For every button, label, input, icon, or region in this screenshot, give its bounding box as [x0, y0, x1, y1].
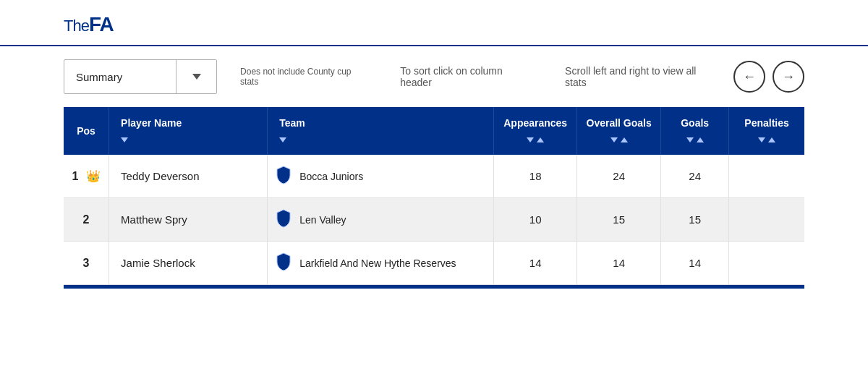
- player-name: Matthew Spry: [121, 213, 187, 226]
- penalties-sort[interactable]: [758, 137, 775, 142]
- goals-cell: 14: [661, 242, 729, 285]
- team-shield-icon: [275, 208, 292, 231]
- sort-up-icon[interactable]: [537, 137, 544, 142]
- overall-goals-cell: 15: [577, 198, 661, 242]
- goals-sort[interactable]: [686, 137, 704, 142]
- fa-logo: TheFA: [64, 13, 804, 36]
- player-name: Jamie Sherlock: [121, 257, 195, 269]
- player-name-cell: Jamie Sherlock: [109, 242, 268, 285]
- controls-row: Summary Does not include County cup stat…: [0, 46, 868, 94]
- team-sort[interactable]: [279, 137, 286, 142]
- team-cell: Len Valley: [268, 198, 494, 242]
- pos-cell: 3: [64, 242, 109, 285]
- pos-number: 2: [83, 213, 90, 226]
- bottom-bar: [64, 285, 804, 289]
- col-pos[interactable]: Pos: [64, 107, 109, 155]
- pos-number: 1: [72, 170, 78, 182]
- table-header-row: Pos Player Name Team: [64, 107, 804, 155]
- appearances-cell: 10: [494, 198, 577, 242]
- player-name-cell: Teddy Deverson: [109, 155, 268, 198]
- sort-down-icon[interactable]: [610, 137, 618, 142]
- player-name-sort[interactable]: [121, 137, 128, 142]
- crown-icon: 👑: [86, 170, 101, 182]
- dropdown-label: Summary: [64, 71, 176, 83]
- overall-goals-cell: 24: [577, 155, 661, 198]
- col-player-name[interactable]: Player Name: [109, 107, 268, 155]
- dropdown-arrow-box[interactable]: [176, 60, 216, 93]
- prev-button[interactable]: ←: [733, 61, 765, 93]
- table-row: 3Jamie Sherlock Larkfield And New Hythe …: [64, 242, 804, 285]
- team-name: Len Valley: [299, 214, 346, 226]
- sort-up-icon[interactable]: [621, 137, 628, 142]
- nav-buttons: ← →: [733, 61, 804, 93]
- logo-fa: FA: [89, 13, 114, 35]
- appearances-cell: 18: [494, 155, 577, 198]
- col-overall-goals[interactable]: Overall Goals: [577, 107, 661, 155]
- penalties-cell: [729, 242, 804, 285]
- team-name: Larkfield And New Hythe Reserves: [299, 257, 456, 269]
- team-shield-icon: [275, 252, 292, 274]
- team-shield-icon: [275, 165, 292, 187]
- overall-goals-sort[interactable]: [610, 137, 628, 142]
- pos-number: 3: [83, 257, 90, 269]
- header: TheFA: [0, 0, 868, 46]
- goals-cell: 15: [661, 198, 729, 242]
- col-team[interactable]: Team: [268, 107, 494, 155]
- pos-cell: 2: [64, 198, 109, 242]
- logo-the: The: [64, 17, 89, 35]
- overall-goals-cell: 14: [577, 242, 661, 285]
- summary-dropdown[interactable]: Summary: [64, 59, 217, 94]
- col-goals[interactable]: Goals: [661, 107, 729, 155]
- sort-up-icon[interactable]: [697, 137, 704, 142]
- team-cell: Larkfield And New Hythe Reserves: [268, 242, 494, 285]
- penalties-cell: [729, 155, 804, 198]
- scroll-hint: Scroll left and right to view all stats: [565, 65, 716, 88]
- team-cell: Bocca Juniors: [268, 155, 494, 198]
- pos-cell: 1 👑: [64, 155, 109, 198]
- sort-down-icon[interactable]: [121, 137, 128, 142]
- county-cup-hint: Does not include County cup stats: [240, 67, 368, 87]
- player-name-cell: Matthew Spry: [109, 198, 268, 242]
- sort-down-icon[interactable]: [527, 137, 534, 142]
- sort-up-icon[interactable]: [768, 137, 775, 142]
- table-row: 1 👑Teddy Deverson Bocca Juniors 182424: [64, 155, 804, 198]
- penalties-cell: [729, 198, 804, 242]
- goals-cell: 24: [661, 155, 729, 198]
- sort-down-icon[interactable]: [758, 137, 765, 142]
- appearances-sort[interactable]: [527, 137, 544, 142]
- col-appearances[interactable]: Appearances: [494, 107, 577, 155]
- table-row: 2Matthew Spry Len Valley 101515: [64, 198, 804, 242]
- sort-down-icon[interactable]: [686, 137, 694, 142]
- sort-down-icon[interactable]: [279, 137, 286, 142]
- table-body: 1 👑Teddy Deverson Bocca Juniors 1824242M…: [64, 155, 804, 285]
- sort-hint: To sort click on column header: [400, 65, 533, 88]
- stats-table-container: Pos Player Name Team: [64, 107, 804, 285]
- team-name: Bocca Juniors: [299, 171, 363, 182]
- stats-table: Pos Player Name Team: [64, 107, 804, 285]
- appearances-cell: 14: [494, 242, 577, 285]
- chevron-down-icon: [192, 74, 201, 80]
- player-name: Teddy Deverson: [121, 170, 199, 182]
- next-button[interactable]: →: [773, 61, 804, 93]
- col-penalties[interactable]: Penalties: [729, 107, 804, 155]
